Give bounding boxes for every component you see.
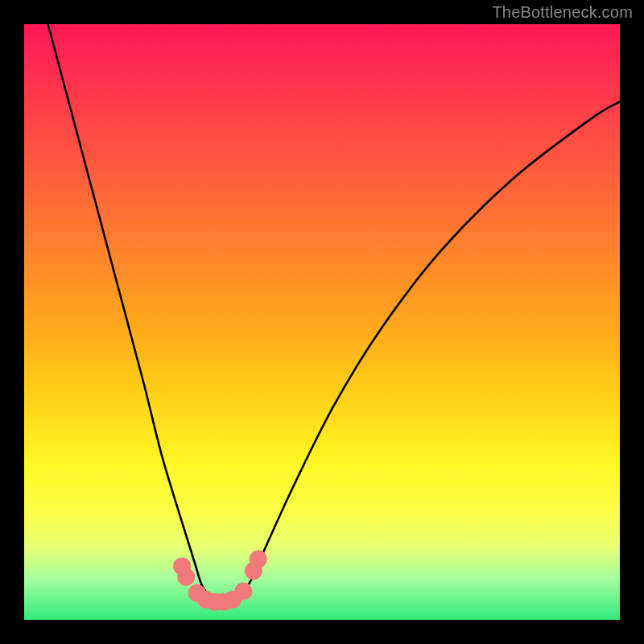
datapoint-marker [250,551,267,568]
plot-area [24,24,620,620]
chart-frame: TheBottleneck.com [0,0,644,644]
datapoint-marker [177,568,195,586]
datapoint-marker [234,582,252,600]
watermark-text: TheBottleneck.com [492,3,633,22]
datapoint-markers [24,24,620,620]
